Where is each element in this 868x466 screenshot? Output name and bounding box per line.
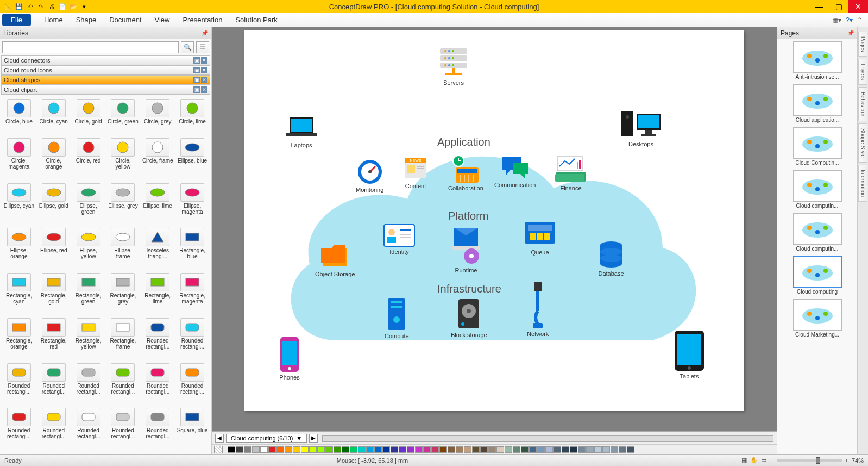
close-button[interactable]: ✕ [848, 0, 868, 13]
laptops-icon[interactable]: Laptops [285, 115, 318, 148]
color-swatch[interactable] [602, 446, 610, 453]
side-tab-shape-style[interactable]: Shape Style [858, 123, 867, 163]
shape-rounded-rectangl-[interactable]: Rounded rectangl... [106, 407, 140, 451]
minimize-button[interactable]: — [809, 0, 829, 13]
current-page-tab[interactable]: Cloud computing (6/10)▼ [226, 434, 307, 443]
lib-section-cloud-clipart[interactable]: Cloud clipart▣✕ [1, 85, 210, 95]
pin-icon[interactable]: 📌 [202, 30, 208, 36]
shape-rounded-rectangl-[interactable]: Rounded rectangl... [141, 362, 174, 406]
lib-section-cloud-shapes[interactable]: Cloud shapes▣✕ [1, 75, 210, 85]
color-swatch[interactable] [627, 446, 634, 453]
color-swatch[interactable] [399, 446, 406, 453]
print-icon[interactable]: 🖨 [48, 3, 55, 10]
shape-rounded-rectangl-[interactable]: Rounded rectangl... [141, 407, 174, 451]
shape-rounded-rectangl-[interactable]: Rounded rectangl... [2, 362, 36, 406]
color-swatch[interactable] [382, 446, 390, 453]
maximize-button[interactable]: ▢ [829, 0, 848, 13]
zoom-slider[interactable] [777, 459, 842, 462]
save-icon[interactable]: 💾 [15, 3, 23, 10]
undo-icon[interactable]: ↶ [26, 3, 34, 10]
color-swatch[interactable] [586, 446, 594, 453]
shape-rectangle-orange[interactable]: Rectangle, orange [2, 317, 36, 361]
shape-rounded-rectangl-[interactable]: Rounded rectangl... [175, 317, 209, 361]
page-thumb[interactable]: Cloud Marketing... [785, 299, 850, 338]
tab-next-button[interactable]: ▶ [309, 434, 318, 443]
page-thumb[interactable]: Cloud computin... [785, 170, 850, 209]
tab-prev-button[interactable]: ◀ [215, 434, 224, 443]
lib-section-cloud-round-icons[interactable]: Cloud round icons▣✕ [1, 65, 210, 75]
color-swatch[interactable] [545, 446, 553, 453]
shape-rounded-rectangl-[interactable]: Rounded rectangl... [37, 407, 71, 451]
shape-ellipse-orange[interactable]: Ellipse, orange [2, 227, 36, 271]
color-swatch[interactable] [301, 446, 309, 453]
shape-isosceles-triangl-[interactable]: Isosceles triangl... [141, 227, 174, 271]
grid-tool-icon[interactable]: ▦ [741, 457, 747, 464]
side-tab-information[interactable]: Information [858, 165, 867, 202]
page-thumb[interactable]: Cloud computin... [785, 213, 850, 252]
page-thumb[interactable]: Anti-intrusion se... [785, 41, 850, 80]
collaboration-icon[interactable]: Collaboration [448, 154, 483, 191]
more-icon[interactable]: ▾ [80, 3, 88, 10]
color-swatch[interactable] [570, 446, 577, 453]
color-swatch[interactable] [488, 446, 496, 453]
shape-rectangle-magenta[interactable]: Rectangle, magenta [175, 272, 209, 316]
menu-more-icon[interactable]: ▦▾ [832, 16, 841, 24]
color-swatch[interactable] [317, 446, 325, 453]
shape-rectangle-red[interactable]: Rectangle, red [37, 317, 71, 361]
content-icon[interactable]: NEWS Content [402, 154, 429, 189]
color-swatch[interactable] [521, 446, 529, 453]
shape-ellipse-lime[interactable]: Ellipse, lime [141, 182, 174, 226]
shape-ellipse-grey[interactable]: Ellipse, grey [106, 182, 140, 226]
color-swatch[interactable] [228, 446, 235, 453]
shape-rectangle-lime[interactable]: Rectangle, lime [141, 272, 174, 316]
shape-ellipse-frame[interactable]: Ellipse, frame [106, 227, 140, 271]
menu-shape[interactable]: Shape [70, 14, 103, 26]
phones-icon[interactable]: Phones [279, 336, 300, 381]
color-swatch[interactable] [325, 446, 333, 453]
color-swatch[interactable] [431, 446, 439, 453]
horizontal-scrollbar[interactable] [322, 435, 773, 442]
database-icon[interactable]: Database [597, 240, 625, 277]
compute-icon[interactable]: Compute [385, 296, 409, 339]
page-thumb[interactable]: Cloud applicatio... [785, 84, 850, 123]
color-swatch[interactable] [252, 446, 260, 453]
shape-circle-frame[interactable]: Circle, frame [141, 137, 174, 181]
shape-ellipse-blue[interactable]: Ellipse, blue [175, 137, 209, 181]
desktops-icon[interactable]: Desktops [619, 109, 663, 147]
servers-icon[interactable]: Servers [437, 46, 470, 86]
color-swatch[interactable] [334, 446, 341, 453]
shape-ellipse-red[interactable]: Ellipse, red [37, 227, 71, 271]
pin-icon[interactable]: 📌 [847, 30, 854, 36]
shape-circle-lime[interactable]: Circle, lime [175, 98, 209, 136]
finance-icon[interactable]: Finance [554, 154, 588, 191]
color-swatch[interactable] [619, 446, 626, 453]
collapse-ribbon-icon[interactable]: ⌃ [857, 16, 863, 24]
open-icon[interactable]: 📂 [70, 3, 77, 10]
lib-section-cloud-connectors[interactable]: Cloud connectors▣✕ [1, 55, 210, 65]
color-swatch[interactable] [505, 446, 512, 453]
menu-home[interactable]: Home [37, 14, 70, 26]
shape-rectangle-green[interactable]: Rectangle, green [72, 272, 105, 316]
select-tool-icon[interactable]: ▭ [761, 457, 766, 464]
network-icon[interactable]: Network [527, 281, 549, 337]
help-icon[interactable]: ?▾ [846, 16, 853, 24]
shape-ellipse-gold[interactable]: Ellipse, gold [37, 182, 71, 226]
shape-circle-magenta[interactable]: Circle, magenta [2, 137, 36, 181]
color-swatch[interactable] [423, 446, 431, 453]
shape-circle-red[interactable]: Circle, red [72, 137, 105, 181]
color-swatch[interactable] [594, 446, 602, 453]
new-icon[interactable]: 📄 [59, 3, 66, 10]
shape-rectangle-yellow[interactable]: Rectangle, yellow [72, 317, 105, 361]
zoom-in-button[interactable]: + [845, 457, 848, 464]
color-swatch[interactable] [358, 446, 366, 453]
color-swatch[interactable] [513, 446, 520, 453]
shape-circle-green[interactable]: Circle, green [106, 98, 140, 136]
shape-rounded-rectangl-[interactable]: Rounded rectangl... [72, 362, 105, 406]
color-swatch[interactable] [439, 446, 447, 453]
color-swatch[interactable] [448, 446, 455, 453]
color-swatch[interactable] [464, 446, 471, 453]
color-swatch[interactable] [374, 446, 382, 453]
color-swatch[interactable] [472, 446, 480, 453]
identity-icon[interactable]: Identity [383, 223, 416, 255]
shape-rounded-rectangl-[interactable]: Rounded rectangl... [2, 407, 36, 451]
